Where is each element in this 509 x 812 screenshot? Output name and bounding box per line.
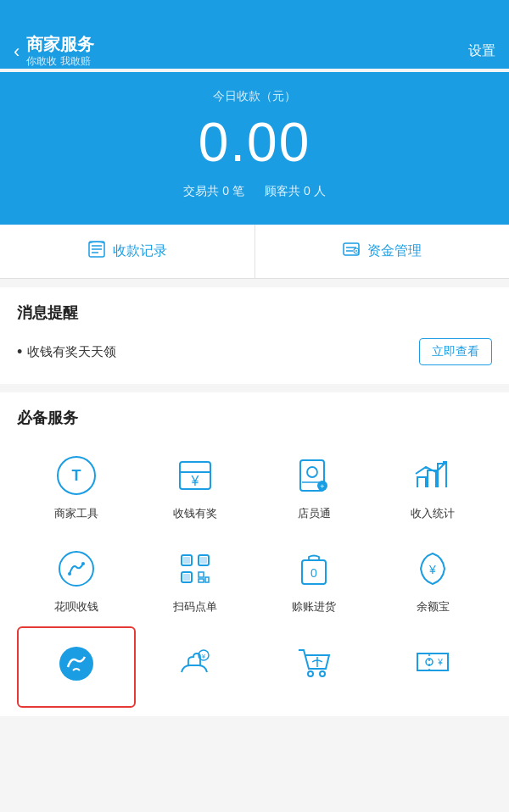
service-label: 扫码点单 bbox=[173, 599, 217, 615]
service-income-stats[interactable]: 收入统计 bbox=[373, 440, 492, 533]
records-icon bbox=[87, 240, 106, 263]
tab-funds[interactable]: 资金管理 bbox=[255, 225, 510, 278]
svg-rect-30 bbox=[205, 577, 209, 582]
header: ‹ 商家服务 你敢收 我敢赔 设置 bbox=[0, 0, 509, 69]
svg-rect-29 bbox=[199, 572, 204, 577]
svg-point-35 bbox=[59, 647, 93, 681]
service-label: 收钱有奖 bbox=[173, 506, 217, 521]
tab-records[interactable]: 收款记录 bbox=[0, 225, 255, 278]
svg-rect-24 bbox=[183, 557, 190, 564]
alipay-icon bbox=[53, 640, 100, 687]
service-label: 店员通 bbox=[298, 506, 331, 521]
svg-text:T: T bbox=[72, 467, 81, 484]
service-label: 赊账进货 bbox=[292, 599, 336, 615]
page-title: 商家服务 bbox=[26, 34, 94, 54]
money-hand-icon: ¥ bbox=[171, 638, 219, 686]
revenue-block: 今日收款（元） 0.00 交易共 0 笔 顾客共 0 人 bbox=[0, 72, 509, 225]
tab-funds-label: 资金管理 bbox=[367, 242, 422, 260]
customer-count: 顾客共 0 人 bbox=[265, 184, 326, 199]
message-item: • 收钱有奖天天领 立即查看 bbox=[17, 335, 492, 369]
svg-rect-26 bbox=[200, 557, 207, 564]
svg-point-22 bbox=[81, 562, 85, 565]
cart-icon bbox=[290, 638, 338, 686]
svg-text:¥: ¥ bbox=[201, 653, 206, 660]
svg-text:¥: ¥ bbox=[428, 563, 436, 576]
message-dot: • bbox=[17, 343, 22, 361]
tab-records-label: 收款记录 bbox=[113, 242, 167, 260]
revenue-stats: 交易共 0 笔 顾客共 0 人 bbox=[14, 184, 495, 199]
service-huabei[interactable]: 花呗收钱 bbox=[17, 533, 136, 626]
revenue-label: 今日收款（元） bbox=[14, 89, 495, 104]
service-money-hand[interactable]: ¥ bbox=[136, 626, 255, 708]
service-label: 余额宝 bbox=[417, 599, 450, 615]
service-cart[interactable] bbox=[255, 626, 373, 708]
message-title: 消息提醒 bbox=[17, 303, 492, 323]
service-stock[interactable]: 0 赊账进货 bbox=[255, 533, 373, 626]
service-merchant-tools[interactable]: T 商家工具 bbox=[17, 440, 136, 533]
svg-point-21 bbox=[68, 572, 71, 576]
income-stats-icon bbox=[409, 452, 456, 499]
settings-button[interactable]: 设置 bbox=[468, 42, 495, 60]
tab-bar: 收款记录 资金管理 bbox=[0, 225, 509, 279]
scan-order-icon bbox=[171, 545, 219, 592]
collect-reward-icon: ¥ bbox=[171, 452, 219, 499]
message-content: 收钱有奖天天领 bbox=[27, 344, 116, 360]
back-button[interactable]: ‹ bbox=[14, 41, 20, 63]
service-collect-reward[interactable]: ¥ 收钱有奖 bbox=[136, 440, 255, 533]
balance-icon: ¥ bbox=[409, 545, 456, 592]
message-text: • 收钱有奖天天领 bbox=[17, 343, 116, 361]
service-label: 收入统计 bbox=[411, 506, 455, 521]
header-left: ‹ 商家服务 你敢收 我敢赔 bbox=[14, 34, 94, 69]
svg-point-39 bbox=[320, 671, 325, 676]
service-scan-order[interactable]: 扫码点单 bbox=[136, 533, 255, 626]
merchant-tools-icon: T bbox=[53, 452, 100, 499]
svg-rect-31 bbox=[199, 579, 204, 582]
message-section: 消息提醒 • 收钱有奖天天领 立即查看 bbox=[0, 287, 509, 384]
services-grid: T 商家工具 ¥ 收钱有奖 bbox=[17, 440, 492, 708]
service-label: 商家工具 bbox=[54, 506, 98, 521]
service-label: 花呗收钱 bbox=[54, 599, 98, 615]
svg-point-38 bbox=[308, 671, 313, 676]
funds-icon bbox=[342, 240, 361, 263]
svg-text:+: + bbox=[320, 482, 324, 491]
svg-point-20 bbox=[59, 552, 93, 586]
view-button[interactable]: 立即查看 bbox=[419, 338, 492, 365]
services-section: 必备服务 T 商家工具 ¥ 收钱有奖 bbox=[0, 392, 509, 716]
coupon-icon: ¥ bbox=[409, 638, 456, 686]
svg-text:¥: ¥ bbox=[437, 658, 443, 667]
page-subtitle: 你敢收 我敢赔 bbox=[26, 54, 94, 69]
svg-point-16 bbox=[307, 467, 317, 477]
service-alipay[interactable] bbox=[17, 626, 136, 708]
service-coupon[interactable]: ¥ bbox=[373, 626, 492, 708]
svg-text:¥: ¥ bbox=[191, 474, 199, 488]
transaction-count: 交易共 0 笔 bbox=[183, 184, 244, 199]
header-title-block: 商家服务 你敢收 我敢赔 bbox=[26, 34, 94, 69]
staff-pass-icon: + bbox=[290, 452, 338, 499]
revenue-amount: 0.00 bbox=[14, 111, 495, 174]
svg-text:0: 0 bbox=[310, 566, 317, 580]
services-title: 必备服务 bbox=[17, 408, 492, 428]
stock-icon: 0 bbox=[290, 545, 338, 592]
huabei-icon bbox=[53, 545, 100, 592]
header-top: ‹ 商家服务 你敢收 我敢赔 设置 bbox=[14, 34, 495, 69]
service-balance[interactable]: ¥ 余额宝 bbox=[373, 533, 492, 626]
service-staff-pass[interactable]: + 店员通 bbox=[255, 440, 373, 533]
svg-rect-28 bbox=[183, 574, 190, 581]
